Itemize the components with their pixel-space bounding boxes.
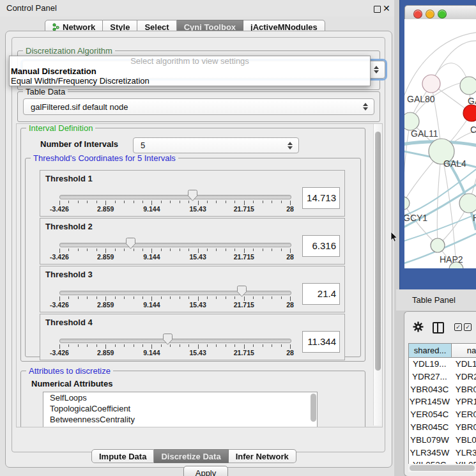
tick-mark (207, 201, 208, 203)
table-row[interactable]: YBR045CYBR045C (409, 421, 476, 434)
gear-icon[interactable] (413, 321, 424, 332)
cell-name: YBR043C (450, 383, 476, 396)
tick-mark (142, 201, 143, 203)
table-row[interactable]: YLR345WYLR345W (409, 447, 476, 459)
table-rows: YDL19...YDL19...YDR27...YDR27...YBR043CY… (409, 358, 476, 465)
node-table: shared...name YDL19...YDL19...YDR27...YD… (408, 343, 476, 465)
list-item[interactable]: BetweennessCentrality (43, 414, 317, 425)
table-panel: ✓ ✓ shared...name YDL19...YDL19...YDR27.… (404, 311, 476, 476)
network-node[interactable] (404, 197, 410, 210)
tick-label: -3.426 (42, 301, 77, 309)
network-node[interactable] (431, 238, 445, 252)
tick-mark (161, 201, 162, 203)
slider-knob[interactable] (237, 286, 247, 297)
tick-mark (216, 344, 217, 347)
tab-label: Impute Data (99, 452, 146, 461)
network-window-titlebar[interactable] (404, 5, 476, 20)
horizontal-scrollbar-thumb[interactable] (410, 465, 475, 471)
attributes-group-title: Attributes to discretize (26, 366, 113, 376)
table-data-combobox[interactable]: galFiltered.sif default node (23, 98, 374, 115)
slider-knob[interactable] (163, 334, 173, 345)
table-row[interactable]: YDL19...YDL19... (409, 358, 476, 371)
tick-mark (87, 296, 88, 299)
horizontal-scrollbar[interactable] (408, 464, 476, 472)
split-view-icon[interactable] (433, 322, 444, 334)
algorithm-option[interactable]: Equal Width/Frequency Discretization (10, 76, 370, 86)
slider-knob[interactable] (188, 190, 197, 201)
number-of-intervals-combobox[interactable]: 5 (133, 137, 299, 153)
column-header-name[interactable]: name (452, 344, 476, 357)
float-window-icon[interactable] (374, 6, 381, 13)
checkbox-icon[interactable]: ✓ (464, 323, 472, 331)
threshold-value-field[interactable]: 11.344 (302, 331, 340, 353)
tick-label: 9.144 (134, 301, 169, 309)
interval-definition-group: Interval Definition Number of Intervals … (20, 128, 365, 362)
threshold-label: Threshold 2 (45, 222, 93, 231)
tick-mark (134, 296, 134, 299)
tick-mark (253, 201, 254, 203)
apply-button[interactable]: Apply (183, 466, 228, 476)
stepper-icon (363, 103, 368, 111)
table-row[interactable]: YPR145WYPR145W (409, 395, 476, 408)
column-header-shared-name[interactable]: shared... (409, 344, 452, 357)
slider-track[interactable] (59, 195, 291, 199)
checkbox-icon[interactable]: ✓ (454, 323, 462, 331)
zoom-traffic-light-icon[interactable] (438, 10, 447, 19)
tick-mark (234, 344, 235, 347)
number-of-intervals-value: 5 (141, 141, 145, 150)
network-node[interactable] (422, 75, 440, 93)
tick-mark (105, 296, 106, 301)
vertical-scrollbar-thumb[interactable] (375, 132, 381, 371)
minimize-traffic-light-icon[interactable] (426, 10, 434, 19)
algorithm-prompt: Select algorithm to view settings (10, 56, 370, 66)
list-scrollbar[interactable] (311, 394, 316, 422)
tick-label: 2.859 (88, 301, 123, 309)
slider-track[interactable] (59, 243, 291, 247)
tick-mark (124, 296, 125, 299)
tick-mark (96, 344, 97, 347)
list-item[interactable]: SelfLoops (43, 392, 317, 403)
tab-discretize-data[interactable]: Discretize Data (154, 449, 228, 463)
network-node[interactable] (459, 194, 476, 213)
slider-track[interactable] (59, 339, 291, 343)
threshold-value-field[interactable]: 6.316 (302, 235, 340, 257)
algorithm-option[interactable]: Manual Discretization (10, 66, 370, 76)
tick-label: 2.859 (88, 205, 123, 213)
stepper-icon (288, 142, 293, 150)
vertical-scrollbar[interactable] (373, 124, 382, 426)
cell-shared-name: YDR27... (409, 371, 450, 383)
threshold-value-field[interactable]: 21.4 (302, 283, 340, 305)
table-row[interactable]: YBL079WYBL079W (409, 434, 476, 447)
tick-mark (59, 249, 60, 253)
tick-mark (290, 296, 291, 301)
slider-track[interactable] (59, 291, 291, 295)
network-canvas[interactable]: GAL80GACGAL11GAL4GCY1HHAP2 (404, 19, 476, 268)
tick-mark (142, 344, 143, 347)
threshold-label: Threshold 4 (45, 318, 93, 327)
tick-label: -3.426 (42, 205, 77, 213)
tick-mark (78, 201, 79, 203)
numerical-attributes-list[interactable]: SelfLoopsTopologicalCoefficientBetweenne… (43, 392, 318, 427)
list-item[interactable]: TopologicalCoefficient (43, 403, 317, 414)
tick-mark (124, 201, 125, 203)
network-node[interactable] (463, 105, 476, 121)
tick-mark (253, 249, 254, 251)
tab-impute-data[interactable]: Impute Data (91, 449, 154, 463)
table-panel-titlebar: Table Panel (396, 289, 476, 311)
close-icon[interactable]: ✕ (383, 2, 390, 15)
table-row[interactable]: YDR27...YDR27... (409, 371, 476, 383)
table-row[interactable]: YER054CYER054C (409, 408, 476, 421)
close-traffic-light-icon[interactable] (413, 10, 422, 19)
threshold-value-field[interactable]: 14.713 (302, 187, 340, 209)
network-node[interactable] (404, 112, 419, 130)
slider-knob[interactable] (126, 238, 135, 249)
tick-mark (207, 296, 208, 299)
tick-mark (105, 249, 106, 253)
table-row[interactable]: YBR043CYBR043C (409, 383, 476, 396)
tab-infer-network[interactable]: Infer Network (229, 449, 296, 463)
tick-mark (226, 201, 226, 203)
tick-mark (188, 249, 189, 251)
node-label: H (473, 213, 476, 223)
network-node[interactable] (460, 77, 476, 95)
tick-mark (226, 249, 226, 251)
